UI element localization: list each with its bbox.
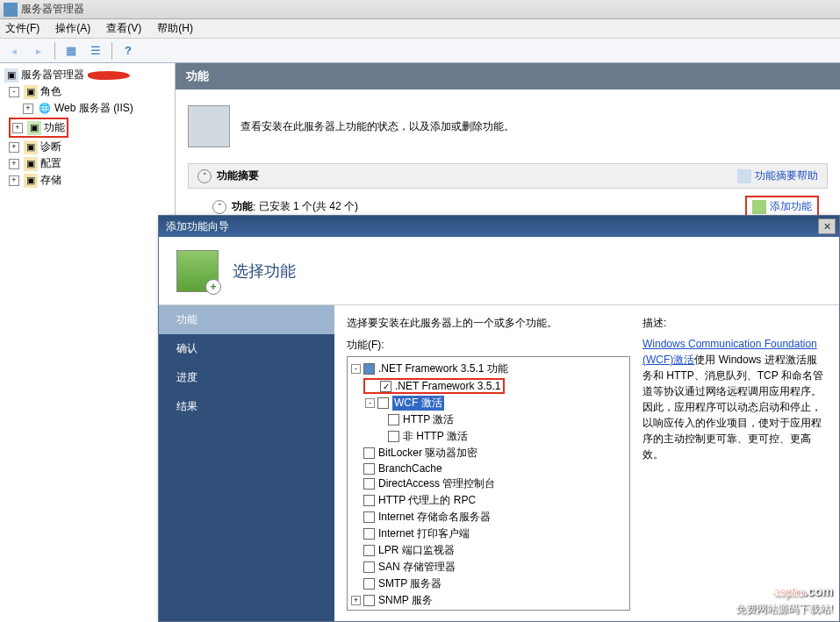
checkbox[interactable] [363,528,375,540]
wizard-header: 选择功能 [159,237,839,305]
arrow-left-icon [10,45,18,57]
feature-label: 非 HTTP 激活 [403,429,468,444]
feature-nonhttp[interactable]: 非 HTTP 激活 [351,428,626,445]
wizard-nav-features[interactable]: 功能 [159,305,334,334]
checkbox[interactable] [363,595,375,606]
expand-icon[interactable]: + [9,142,19,153]
feature-label: DirectAccess 管理控制台 [378,476,495,491]
feature-bitlocker[interactable]: BitLocker 驱动器加密 [351,445,626,461]
feature-smtp[interactable]: SMTP 服务器 [351,576,626,592]
folder-icon: ▣ [24,157,38,171]
checkbox[interactable] [363,363,375,375]
add-features-text: 添加功能 [770,199,812,214]
nav-back-button[interactable] [4,41,25,61]
features-tree[interactable]: - .NET Framework 3.5.1 功能 .NET Framework… [347,356,630,611]
expand-icon[interactable]: + [9,175,19,186]
feature-inetprint[interactable]: Internet 打印客户端 [351,525,626,542]
tree-root[interactable]: ▣ 服务器管理器 [2,67,173,83]
feature-netfx-group[interactable]: - .NET Framework 3.5.1 功能 [351,361,626,377]
checkbox[interactable] [377,397,389,409]
feature-lpr[interactable]: LPR 端口监视器 [351,542,626,559]
expand-icon[interactable]: + [351,596,361,605]
checkbox[interactable] [388,431,399,442]
spacer [368,382,377,391]
tree-root-label: 服务器管理器 [21,68,84,82]
checkbox[interactable] [363,578,375,590]
summary-help-text: 功能摘要帮助 [755,168,818,183]
feature-label: BitLocker 驱动器加密 [378,446,477,461]
expand-icon[interactable]: + [12,123,23,133]
wizard-nav-confirm[interactable]: 确认 [159,334,334,363]
expand-icon[interactable]: + [23,104,33,114]
wizard-nav-result[interactable]: 结果 [159,392,334,421]
expand-icon[interactable]: + [9,159,19,169]
feature-snmp[interactable]: +SNMP 服务 [351,592,626,609]
wizard-description-pane: 描述: Windows Communication Foundation (WC… [643,316,827,611]
watermark-slogan: 免费网站源码下载站! [736,603,833,615]
wizard-prompt: 选择要安装在此服务器上的一个或多个功能。 [347,316,630,331]
feature-directaccess[interactable]: DirectAccess 管理控制台 [351,475,626,492]
feature-http[interactable]: HTTP 激活 [351,411,626,428]
feature-label: SAN 存储管理器 [378,560,456,575]
feature-wcf[interactable]: - WCF 激活 [351,395,626,411]
menu-action[interactable]: 操作(A) [55,21,90,36]
menu-help[interactable]: 帮助(H) [157,21,193,36]
feature-branchcache[interactable]: BranchCache [351,461,626,475]
help-icon [125,44,132,57]
wizard-title: 添加功能向导 [166,219,229,234]
server-icon: ▣ [4,68,18,82]
feature-httpproxy[interactable]: HTTP 代理上的 RPC [351,492,626,509]
checkbox[interactable] [363,463,375,475]
checkbox[interactable] [380,381,391,392]
help-button[interactable] [118,41,139,61]
view-tree-button[interactable] [61,41,82,61]
view-list-button[interactable] [85,41,106,61]
tree-storage[interactable]: + ▣ 存储 [2,172,173,189]
feature-telnets[interactable]: Telnet 服务器 [351,609,626,611]
close-button[interactable]: ✕ [818,218,836,234]
arrow-right-icon [34,45,43,57]
menu-view[interactable]: 查看(V) [106,21,141,36]
collapse-toggle[interactable]: ˄ [197,169,212,183]
checkbox[interactable] [363,447,375,459]
tree-diag[interactable]: + ▣ 诊断 [2,139,173,155]
tree-config[interactable]: + ▣ 配置 [2,155,173,172]
feature-netfx[interactable]: .NET Framework 3.5.1 [351,377,626,395]
tree-roles[interactable]: - ▣ 角色 [2,83,173,100]
wizard-header-icon [176,250,219,292]
menu-file[interactable]: 文件(F) [5,21,39,36]
expand-icon[interactable]: - [351,364,361,374]
wizard-titlebar: 添加功能向导 ✕ [159,216,839,237]
checkbox[interactable] [363,478,375,490]
description-label: 描述: [643,316,827,331]
checkbox[interactable] [363,495,375,506]
feature-inetname[interactable]: Internet 存储命名服务器 [351,509,626,525]
toolbar-separator [54,42,55,60]
redaction-mark [88,70,130,81]
checkbox[interactable] [388,414,399,425]
watermark-brand: aspku [774,574,805,601]
checkbox[interactable] [363,561,375,573]
checkbox[interactable] [363,545,375,556]
toolbar [0,39,840,63]
iis-icon: 🌐 [38,102,52,116]
tree-iis[interactable]: + 🌐 Web 服务器 (IIS) [2,100,173,117]
feature-san[interactable]: SAN 存储管理器 [351,559,626,576]
checkbox[interactable] [363,511,375,523]
nav-forward-button[interactable] [28,41,49,61]
features-icon: ▣ [27,121,41,135]
collapse-toggle[interactable]: ˄ [212,200,226,214]
add-icon [752,200,766,214]
description-body: 使用 Windows 进程激活服务和 HTTP、消息队列、TCP 和命名管道等协… [643,354,823,461]
watermark: aspku.com 免费网站源码下载站! [736,574,833,617]
window-titlebar: 服务器管理器 [0,0,840,19]
menubar: 文件(F) 操作(A) 查看(V) 帮助(H) [0,19,840,39]
feature-label: .NET Framework 3.5.1 功能 [378,361,508,376]
tree-features[interactable]: + ▣ 功能 [2,117,173,139]
expand-icon[interactable]: - [365,398,375,408]
add-features-link[interactable]: 添加功能 [752,199,812,214]
wizard-nav-progress[interactable]: 进度 [159,363,334,392]
expand-icon[interactable]: - [9,87,19,97]
summary-help-link[interactable]: 功能摘要帮助 [737,168,818,183]
feature-label: BranchCache [378,462,442,475]
